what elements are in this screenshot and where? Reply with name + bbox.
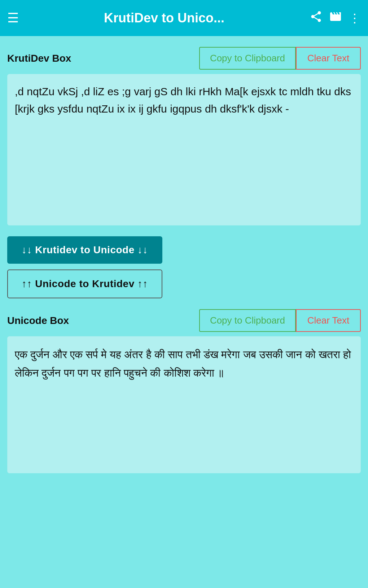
app-title: KrutiDev to Unico... (26, 10, 302, 26)
krutidev-action-buttons: Copy to Clipboard Clear Text (199, 47, 361, 70)
more-options-icon[interactable]: ⋮ (349, 11, 361, 25)
unicode-to-krutidev-button[interactable]: ↑↑ Unicode to Krutidev ↑↑ (7, 269, 162, 298)
topbar-actions: ⋮ (310, 10, 361, 26)
krutidev-textbox[interactable]: ,d nqtZu vkSj ,d liZ es ;g varj gS dh lk… (7, 74, 361, 225)
krutidev-to-unicode-button[interactable]: ↓↓ Krutidev to Unicode ↓↓ (7, 236, 162, 264)
unicode-textbox[interactable]: एक दुर्जन और एक सर्प मे यह अंतर है की सा… (7, 336, 361, 473)
menu-icon[interactable]: ☰ (7, 12, 19, 25)
share-icon[interactable] (310, 10, 323, 26)
convert-buttons-section: ↓↓ Krutidev to Unicode ↓↓ ↑↑ Unicode to … (7, 236, 361, 298)
krutidev-label: KrutiDev Box (7, 53, 71, 64)
unicode-clear-button[interactable]: Clear Text (296, 309, 361, 332)
krutidev-clear-button[interactable]: Clear Text (296, 47, 361, 70)
unicode-copy-button[interactable]: Copy to Clipboard (199, 309, 296, 332)
main-content: KrutiDev Box Copy to Clipboard Clear Tex… (0, 36, 368, 495)
topbar: ☰ KrutiDev to Unico... ⋮ (0, 0, 368, 36)
unicode-header: Unicode Box Copy to Clipboard Clear Text (7, 309, 361, 332)
unicode-action-buttons: Copy to Clipboard Clear Text (199, 309, 361, 332)
unicode-label: Unicode Box (7, 315, 69, 326)
krutidev-header: KrutiDev Box Copy to Clipboard Clear Tex… (7, 47, 361, 70)
krutidev-copy-button[interactable]: Copy to Clipboard (199, 47, 296, 70)
video-icon[interactable] (329, 10, 342, 26)
